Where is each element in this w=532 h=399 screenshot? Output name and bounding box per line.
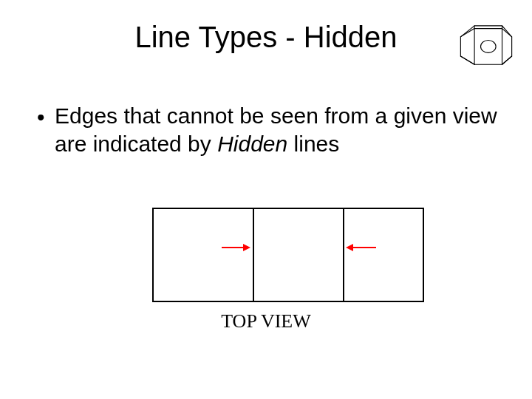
top-view-diagram	[151, 207, 425, 303]
bullet-marker-icon: •	[37, 102, 55, 132]
bullet-item: • Edges that cannot be seen from a given…	[37, 102, 502, 157]
svg-marker-13	[346, 244, 353, 251]
slide-title: Line Types - Hidden	[0, 21, 532, 54]
svg-marker-11	[243, 244, 250, 251]
bullet-text-post: lines	[287, 132, 339, 156]
svg-line-3	[502, 56, 512, 64]
svg-rect-7	[153, 208, 423, 301]
isometric-block-icon	[454, 21, 519, 71]
svg-line-2	[460, 56, 474, 64]
diagram-caption: TOP VIEW	[0, 310, 532, 332]
svg-point-6	[481, 41, 497, 53]
bullet-text-hidden-word: Hidden	[217, 132, 287, 156]
bullet-text: Edges that cannot be seen from a given v…	[55, 102, 502, 157]
